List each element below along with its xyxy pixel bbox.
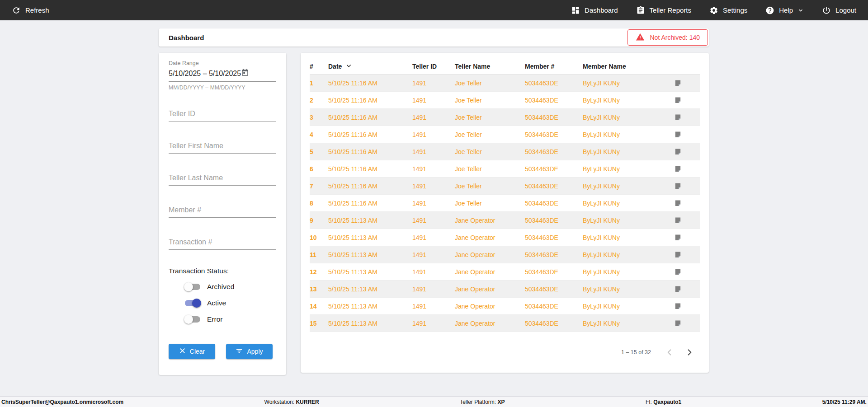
status-bar: ChrisSuperTeller@Qaxpauto1.onmicrosoft.c…	[0, 396, 868, 407]
cell-teller-name: Joe Teller	[455, 165, 525, 173]
apply-button-label: Apply	[247, 348, 263, 355]
teller-last-name-input[interactable]	[169, 172, 276, 186]
refresh-button[interactable]: Refresh	[12, 6, 49, 15]
page-header-card: Dashboard Not Archived: 140	[159, 28, 709, 47]
note-icon[interactable]	[673, 148, 700, 155]
cell-member-name: ByLyJI KUNy	[583, 234, 673, 241]
cell-teller-name: Jane Operator	[455, 285, 525, 293]
nav-dashboard[interactable]: Dashboard	[571, 6, 618, 15]
note-icon[interactable]	[673, 302, 700, 310]
nav-teller-reports[interactable]: Teller Reports	[636, 6, 692, 15]
column-header-teller-id[interactable]: Teller ID	[412, 63, 455, 70]
teller-id-input[interactable]	[169, 108, 276, 122]
apply-button[interactable]: Apply	[226, 344, 273, 359]
error-toggle-switch[interactable]	[185, 316, 200, 323]
pagination-prev-button[interactable]	[665, 347, 675, 357]
nav-help[interactable]: Help	[765, 6, 804, 15]
note-icon[interactable]	[673, 319, 700, 327]
table-row[interactable]: 15 5/10/25 11:13 AM 1491 Jane Operator 5…	[310, 315, 700, 332]
cell-row-number: 10	[310, 234, 328, 241]
member-number-input[interactable]	[169, 204, 276, 218]
cell-member-number: 5034463DE	[525, 97, 583, 104]
note-icon[interactable]	[673, 79, 700, 87]
table-row[interactable]: 12 5/10/25 11:13 AM 1491 Jane Operator 5…	[310, 263, 700, 281]
teller-first-name-input[interactable]	[169, 140, 276, 154]
cell-member-number: 5034463DE	[525, 268, 583, 276]
table-row[interactable]: 3 5/10/25 11:16 AM 1491 Joe Teller 50344…	[310, 109, 700, 126]
footer-platform: Teller Platform: XP	[460, 399, 505, 405]
note-icon[interactable]	[673, 165, 700, 173]
cell-date: 5/10/25 11:16 AM	[328, 165, 412, 173]
table-row[interactable]: 14 5/10/25 11:13 AM 1491 Jane Operator 5…	[310, 298, 700, 315]
chevron-down-icon	[797, 7, 804, 14]
cell-date: 5/10/25 11:16 AM	[328, 200, 412, 207]
cell-row-number: 9	[310, 217, 328, 224]
archived-toggle-label: Archived	[207, 283, 234, 291]
cell-teller-name: Jane Operator	[455, 303, 525, 310]
table-row[interactable]: 9 5/10/25 11:13 AM 1491 Jane Operator 50…	[310, 212, 700, 229]
note-icon[interactable]	[673, 131, 700, 138]
cell-teller-id: 1491	[412, 182, 455, 190]
column-header-number[interactable]: #	[310, 63, 328, 70]
table-row[interactable]: 13 5/10/25 11:13 AM 1491 Jane Operator 5…	[310, 281, 700, 298]
toggle-active[interactable]: Active	[185, 299, 276, 308]
cell-date: 5/10/25 11:13 AM	[328, 303, 412, 310]
table-row[interactable]: 1 5/10/25 11:16 AM 1491 Joe Teller 50344…	[310, 75, 700, 92]
archived-toggle-switch[interactable]	[185, 284, 200, 290]
app-root: Refresh Dashboard Teller Reports Setting…	[0, 0, 868, 375]
clear-button[interactable]: Clear	[169, 344, 215, 359]
date-range-helper: MM/DD/YYYY – MM/DD/YYYY	[169, 84, 276, 91]
cell-member-number: 5034463DE	[525, 131, 583, 138]
cell-date: 5/10/25 11:13 AM	[328, 320, 412, 327]
help-icon	[765, 6, 774, 15]
cell-member-name: ByLyJI KUNy	[583, 131, 673, 138]
cell-date: 5/10/25 11:13 AM	[328, 268, 412, 276]
note-icon[interactable]	[673, 216, 700, 224]
cell-member-name: ByLyJI KUNy	[583, 268, 673, 276]
date-range-field[interactable]: 5/10/2025 – 5/10/2025	[169, 69, 276, 82]
transaction-number-input[interactable]	[169, 236, 276, 250]
cell-member-number: 5034463DE	[525, 251, 583, 258]
cell-teller-name: Joe Teller	[455, 131, 525, 138]
table-row[interactable]: 2 5/10/25 11:16 AM 1491 Joe Teller 50344…	[310, 92, 700, 109]
note-icon[interactable]	[673, 285, 700, 293]
pagination-next-button[interactable]	[684, 347, 694, 357]
table-row[interactable]: 11 5/10/25 11:13 AM 1491 Jane Operator 5…	[310, 246, 700, 263]
table-row[interactable]: 4 5/10/25 11:16 AM 1491 Joe Teller 50344…	[310, 126, 700, 143]
toggle-error[interactable]: Error	[185, 315, 276, 324]
cell-teller-name: Joe Teller	[455, 148, 525, 155]
not-archived-badge[interactable]: Not Archived: 140	[627, 29, 708, 46]
calendar-icon[interactable]	[241, 69, 249, 79]
nav-logout[interactable]: Logout	[822, 6, 856, 15]
column-header-member-name[interactable]: Member Name	[583, 63, 673, 70]
table-row[interactable]: 10 5/10/25 11:13 AM 1491 Jane Operator 5…	[310, 229, 700, 246]
cell-member-name: ByLyJI KUNy	[583, 200, 673, 207]
table-row[interactable]: 6 5/10/25 11:16 AM 1491 Joe Teller 50344…	[310, 160, 700, 178]
note-icon[interactable]	[673, 268, 700, 276]
active-toggle-switch[interactable]	[185, 300, 200, 306]
note-icon[interactable]	[673, 113, 700, 121]
pagination: 1 – 15 of 32	[310, 347, 700, 357]
cell-member-number: 5034463DE	[525, 303, 583, 310]
cell-teller-name: Joe Teller	[455, 80, 525, 87]
nav-settings[interactable]: Settings	[709, 6, 747, 15]
note-icon[interactable]	[673, 199, 700, 207]
cell-member-name: ByLyJI KUNy	[583, 165, 673, 173]
column-header-teller-name[interactable]: Teller Name	[455, 63, 525, 70]
cell-row-number: 8	[310, 200, 328, 207]
note-icon[interactable]	[673, 182, 700, 190]
column-header-date[interactable]: Date	[328, 62, 412, 70]
cell-date: 5/10/25 11:13 AM	[328, 217, 412, 224]
column-header-member-number[interactable]: Member #	[525, 63, 583, 70]
note-icon[interactable]	[673, 96, 700, 104]
table-row[interactable]: 7 5/10/25 11:16 AM 1491 Joe Teller 50344…	[310, 178, 700, 195]
cell-member-name: ByLyJI KUNy	[583, 320, 673, 327]
cell-member-number: 5034463DE	[525, 200, 583, 207]
results-card: # Date Teller ID Teller Name Member # Me…	[301, 53, 709, 373]
note-icon[interactable]	[673, 251, 700, 258]
table-header-row: # Date Teller ID Teller Name Member # Me…	[310, 58, 700, 75]
table-row[interactable]: 5 5/10/25 11:16 AM 1491 Joe Teller 50344…	[310, 143, 700, 160]
table-row[interactable]: 8 5/10/25 11:16 AM 1491 Joe Teller 50344…	[310, 195, 700, 212]
toggle-archived[interactable]: Archived	[185, 282, 276, 291]
note-icon[interactable]	[673, 234, 700, 241]
